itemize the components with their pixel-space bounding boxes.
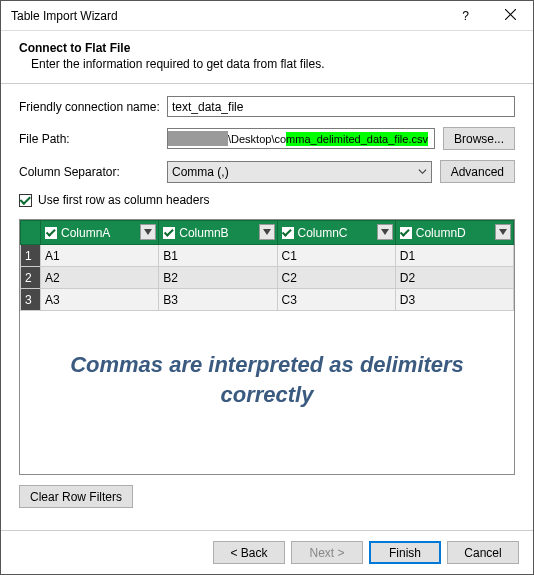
svg-marker-4 xyxy=(381,229,389,235)
advanced-button[interactable]: Advanced xyxy=(440,160,515,183)
file-path-prefix: \Desktop\co xyxy=(228,132,286,146)
filter-button[interactable] xyxy=(259,224,275,240)
data-table: ColumnA ColumnB xyxy=(20,220,514,311)
file-path-redacted xyxy=(168,131,228,146)
use-first-row-checkbox-row: Use first row as column headers xyxy=(19,193,515,207)
finish-button[interactable]: Finish xyxy=(369,541,441,564)
svg-marker-5 xyxy=(499,229,507,235)
column-label: ColumnD xyxy=(416,226,466,240)
file-path-label: File Path: xyxy=(19,132,167,146)
cell[interactable]: A3 xyxy=(41,289,159,311)
titlebar: Table Import Wizard ? xyxy=(1,1,533,31)
column-separator-label: Column Separator: xyxy=(19,165,167,179)
row-number: 1 xyxy=(21,245,41,267)
column-separator-select[interactable]: Comma (,) xyxy=(167,161,432,183)
help-icon: ? xyxy=(462,9,469,23)
file-path-highlight: mma_delimited_data_file.csv xyxy=(286,132,428,146)
cell[interactable]: D2 xyxy=(395,267,513,289)
form-area: Friendly connection name: File Path: \De… xyxy=(1,84,533,219)
back-button[interactable]: < Back xyxy=(213,541,285,564)
rownum-header xyxy=(21,221,41,245)
browse-button[interactable]: Browse... xyxy=(443,127,515,150)
column-header-c[interactable]: ColumnC xyxy=(277,221,395,245)
file-path-row: File Path: \Desktop\co mma_delimited_dat… xyxy=(19,127,515,150)
chevron-down-icon xyxy=(418,165,427,179)
annotation-text: Commas are interpreted as delimiters cor… xyxy=(20,350,514,409)
cell[interactable]: D1 xyxy=(395,245,513,267)
wizard-header: Connect to Flat File Enter the informati… xyxy=(1,31,533,84)
close-button[interactable] xyxy=(488,1,533,31)
filter-button[interactable] xyxy=(377,224,393,240)
column-label: ColumnC xyxy=(298,226,348,240)
filter-button[interactable] xyxy=(495,224,511,240)
table-row: 3 A3 B3 C3 D3 xyxy=(21,289,514,311)
cell[interactable]: A1 xyxy=(41,245,159,267)
cell[interactable]: D3 xyxy=(395,289,513,311)
cell[interactable]: B2 xyxy=(159,267,277,289)
column-checkbox-icon[interactable] xyxy=(163,227,175,239)
preview-grid: ColumnA ColumnB xyxy=(19,219,515,475)
cell[interactable]: C2 xyxy=(277,267,395,289)
page-title: Connect to Flat File xyxy=(19,41,515,55)
cell[interactable]: B3 xyxy=(159,289,277,311)
filter-button[interactable] xyxy=(140,224,156,240)
column-label: ColumnA xyxy=(61,226,110,240)
below-grid-area: Clear Row Filters xyxy=(1,475,533,518)
friendly-name-label: Friendly connection name: xyxy=(19,100,167,114)
cell[interactable]: C3 xyxy=(277,289,395,311)
table-row: 1 A1 B1 C1 D1 xyxy=(21,245,514,267)
column-header-b[interactable]: ColumnB xyxy=(159,221,277,245)
column-checkbox-icon[interactable] xyxy=(282,227,294,239)
cell[interactable]: C1 xyxy=(277,245,395,267)
column-checkbox-icon[interactable] xyxy=(400,227,412,239)
close-icon xyxy=(505,9,516,23)
use-first-row-label: Use first row as column headers xyxy=(38,193,209,207)
cell[interactable]: A2 xyxy=(41,267,159,289)
row-number: 3 xyxy=(21,289,41,311)
use-first-row-checkbox[interactable] xyxy=(19,194,32,207)
table-row: 2 A2 B2 C2 D2 xyxy=(21,267,514,289)
wizard-window: Table Import Wizard ? Connect to Flat Fi… xyxy=(0,0,534,575)
column-separator-value: Comma (,) xyxy=(172,165,229,179)
column-header-d[interactable]: ColumnD xyxy=(395,221,513,245)
svg-marker-3 xyxy=(263,229,271,235)
column-label: ColumnB xyxy=(179,226,228,240)
next-button: Next > xyxy=(291,541,363,564)
clear-row-filters-button[interactable]: Clear Row Filters xyxy=(19,485,133,508)
help-button[interactable]: ? xyxy=(443,1,488,31)
cancel-button[interactable]: Cancel xyxy=(447,541,519,564)
cell[interactable]: B1 xyxy=(159,245,277,267)
column-separator-row: Column Separator: Comma (,) Advanced xyxy=(19,160,515,183)
column-header-a[interactable]: ColumnA xyxy=(41,221,159,245)
row-number: 2 xyxy=(21,267,41,289)
svg-marker-2 xyxy=(144,229,152,235)
page-subtitle: Enter the information required to get da… xyxy=(19,57,515,71)
column-checkbox-icon[interactable] xyxy=(45,227,57,239)
friendly-name-input[interactable] xyxy=(167,96,515,117)
window-title: Table Import Wizard xyxy=(11,9,443,23)
friendly-name-row: Friendly connection name: xyxy=(19,96,515,117)
file-path-input[interactable]: \Desktop\co mma_delimited_data_file.csv xyxy=(167,128,435,149)
wizard-footer: < Back Next > Finish Cancel xyxy=(1,530,533,574)
